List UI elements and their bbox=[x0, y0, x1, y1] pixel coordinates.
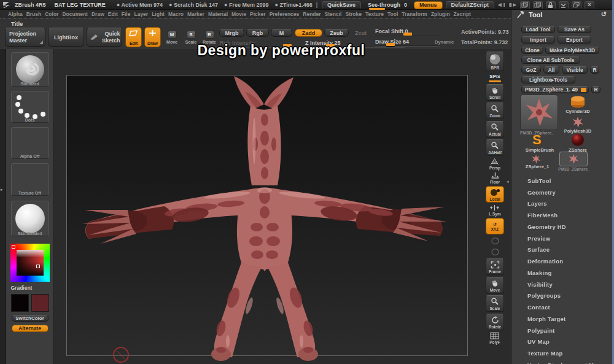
zcut-button[interactable]: Zcut bbox=[351, 29, 371, 37]
menus-button[interactable]: Menus bbox=[414, 1, 443, 9]
tool-section-subtool[interactable]: SubTool bbox=[511, 175, 614, 187]
menu-item-draw[interactable]: Draw bbox=[91, 11, 104, 17]
hue-selector[interactable] bbox=[12, 245, 15, 249]
menu-item-marker[interactable]: Marker bbox=[187, 11, 204, 17]
import-button[interactable]: Import bbox=[521, 36, 555, 44]
goz-r-button[interactable]: R bbox=[590, 66, 599, 74]
tool-section-preview[interactable]: Preview bbox=[511, 233, 614, 244]
side-tool-persp[interactable]: Persp bbox=[489, 158, 500, 170]
pm3d-zsphere-thumb[interactable] bbox=[559, 152, 588, 166]
side-tool-orbit[interactable] bbox=[491, 247, 500, 257]
sv-selector[interactable] bbox=[36, 265, 40, 268]
side-tool-orbit[interactable] bbox=[491, 236, 500, 246]
active-tool-handle[interactable] bbox=[581, 88, 586, 92]
menu-item-brush[interactable]: Brush bbox=[26, 11, 42, 17]
menu-item-zscript[interactable]: Zscript bbox=[454, 11, 471, 17]
tool-section-polygroups[interactable]: Polygroups bbox=[511, 290, 614, 302]
projection-master-button[interactable]: Projection Master bbox=[5, 28, 45, 47]
draw-mode-button[interactable]: Draw bbox=[144, 27, 161, 47]
menu-item-file[interactable]: File bbox=[122, 11, 131, 17]
side-tool-frame[interactable]: Frame bbox=[486, 258, 504, 275]
active-tool-slider[interactable]: PM3D_ZSphere_1. 49 bbox=[521, 86, 589, 93]
current-texture-thumb[interactable]: Texture Off bbox=[11, 163, 49, 196]
lightbox-tools-button[interactable]: Lightbox▸Tools bbox=[521, 76, 575, 83]
quick-sketch-button[interactable]: Quick Sketch bbox=[87, 28, 122, 47]
tool-section-uv-map[interactable]: UV Map bbox=[511, 336, 614, 348]
menu-item-preferences[interactable]: Preferences bbox=[270, 11, 300, 17]
side-tool-move[interactable]: Move bbox=[486, 277, 504, 293]
menu-item-render[interactable]: Render bbox=[303, 11, 321, 17]
side-tool-aahalf[interactable]: AAHalf bbox=[486, 139, 504, 156]
side-tool-l-sym[interactable]: L.Sym bbox=[489, 204, 501, 216]
rgb-button[interactable]: Rgb bbox=[246, 29, 269, 37]
menu-item-color[interactable]: Color bbox=[45, 11, 58, 17]
goz-button[interactable]: GoZ bbox=[521, 66, 541, 74]
tool-section-morph-target[interactable]: Morph Target bbox=[511, 313, 614, 325]
quicksave-button[interactable]: QuickSave bbox=[322, 1, 361, 9]
restore-button[interactable] bbox=[572, 1, 581, 9]
see-through-slider[interactable]: See-through 0 bbox=[364, 2, 411, 8]
side-tool-actual[interactable]: Actual bbox=[486, 121, 504, 137]
tool-section-contact[interactable]: Contact bbox=[511, 301, 614, 313]
creature-model[interactable] bbox=[54, 49, 511, 364]
left-divider[interactable]: ▸ bbox=[0, 49, 6, 364]
current-alpha-thumb[interactable]: Alpha Off bbox=[11, 127, 49, 159]
tool-palette-header[interactable]: Tool ↺ bbox=[511, 8, 614, 23]
side-tool-scroll[interactable]: Scroll bbox=[486, 84, 504, 101]
zsub-button[interactable]: Zsub bbox=[324, 29, 349, 37]
draw-size-track[interactable] bbox=[375, 45, 440, 47]
zadd-button[interactable]: Zadd bbox=[295, 29, 322, 37]
current-stroke-thumb[interactable]: Dots bbox=[11, 91, 49, 123]
edit-mode-button[interactable]: Edit bbox=[125, 27, 142, 47]
menu-item-material[interactable]: Material bbox=[208, 11, 228, 17]
tool-section-polypaint[interactable]: Polypaint bbox=[511, 325, 614, 336]
tool-section-deformation[interactable]: Deformation bbox=[511, 255, 614, 267]
alternate-button[interactable]: Alternate bbox=[12, 325, 49, 332]
current-brush-thumb[interactable]: Standard bbox=[11, 52, 49, 87]
switch-color-button[interactable]: SwitchColor bbox=[12, 315, 49, 322]
side-tool-zoom[interactable]: Zoom bbox=[486, 103, 504, 119]
menu-item-macro[interactable]: Macro bbox=[168, 11, 184, 17]
load-tool-button[interactable]: Load Tool bbox=[521, 26, 555, 33]
side-tool-scale[interactable]: Scale bbox=[486, 295, 504, 312]
color-picker[interactable] bbox=[10, 244, 50, 282]
tool-section-surface[interactable]: Surface bbox=[511, 244, 614, 256]
menu-item-document[interactable]: Document bbox=[62, 11, 88, 17]
tool-section-layers[interactable]: Layers bbox=[511, 198, 614, 210]
clone-all-subtools-button[interactable]: Clone All SubTools bbox=[521, 56, 580, 64]
lightbox-button[interactable]: LightBox bbox=[48, 28, 84, 47]
divider-ticks-right[interactable]: ▶ bbox=[509, 2, 516, 7]
side-tool-rotate[interactable]: Rotate bbox=[486, 314, 504, 330]
side-tool-polyf[interactable]: PolyF bbox=[489, 332, 500, 344]
lock-icon[interactable] bbox=[546, 1, 556, 9]
menu-item-layer[interactable]: Layer bbox=[134, 11, 148, 17]
side-tool-xyz[interactable]: ↺XYZ bbox=[486, 218, 504, 234]
focal-shift-handle[interactable] bbox=[403, 33, 412, 36]
menu-item-alpha[interactable]: Alpha bbox=[8, 11, 23, 17]
save-as-button[interactable]: Save As bbox=[558, 26, 591, 33]
menu-item-movie[interactable]: Movie bbox=[231, 11, 246, 17]
menu-item-light[interactable]: Light bbox=[152, 11, 165, 17]
dynamic-label[interactable]: Dynamic bbox=[435, 39, 454, 45]
main-color-swatch[interactable] bbox=[11, 294, 29, 312]
export-button[interactable]: Export bbox=[558, 36, 591, 44]
gradient-label[interactable]: Gradient bbox=[11, 285, 49, 291]
simplebrush-thumb[interactable]: S bbox=[532, 132, 542, 148]
menu-item-stencil[interactable]: Stencil bbox=[325, 11, 342, 17]
clone-button[interactable]: Clone bbox=[521, 47, 543, 54]
menu-item-transform[interactable]: Transform bbox=[402, 11, 427, 17]
tool-section-vector-displacement-map[interactable]: Vector Displacement Map bbox=[511, 359, 614, 364]
menu-item-picker[interactable]: Picker bbox=[250, 11, 266, 17]
copy-document-icon[interactable] bbox=[520, 1, 530, 9]
saturation-value-area[interactable] bbox=[17, 250, 44, 276]
see-through-handle[interactable] bbox=[369, 8, 385, 10]
tool-section-visibility[interactable]: Visibility bbox=[511, 279, 614, 290]
mrgb-button[interactable]: Mrgb bbox=[219, 29, 244, 37]
menu-item-stroke[interactable]: Stroke bbox=[345, 11, 361, 17]
document-canvas[interactable] bbox=[54, 49, 511, 364]
restore-configuration-icon[interactable]: ↺ bbox=[601, 10, 607, 18]
minimize-button[interactable] bbox=[559, 1, 569, 9]
tool-section-geometry-hd[interactable]: Geometry HD bbox=[511, 221, 614, 233]
menu-item-zplugin[interactable]: Zplugin bbox=[431, 11, 450, 17]
close-button[interactable]: × bbox=[585, 1, 594, 9]
